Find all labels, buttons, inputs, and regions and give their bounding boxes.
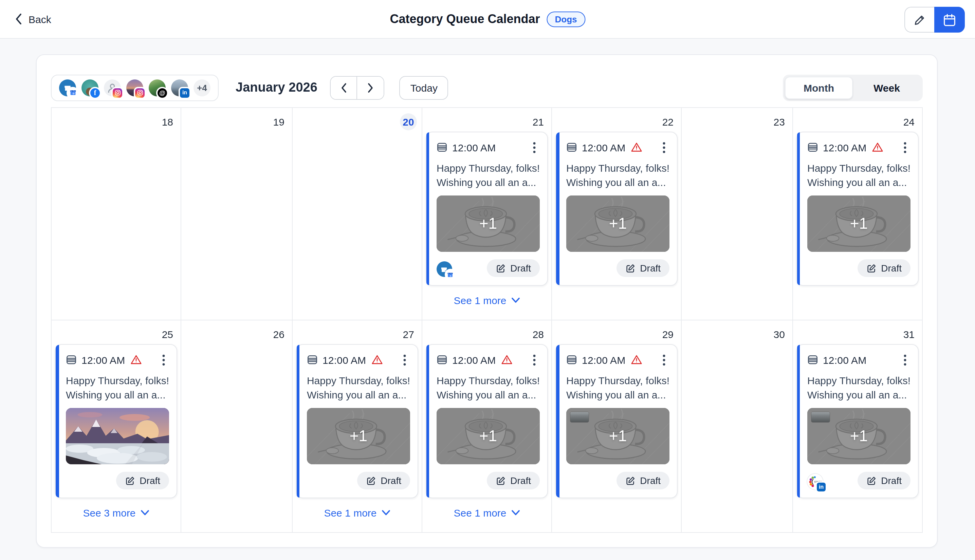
post-image[interactable]: +1 (566, 195, 670, 252)
post-card[interactable]: 12:00 AM Happy Thursday, folks!Wishing y… (555, 344, 678, 498)
post-accent-bar (556, 132, 559, 285)
chevron-down-icon (382, 510, 390, 516)
post-time: 12:00 AM (582, 354, 625, 365)
app-window: Back Category Queue Calendar Dogs G G (0, 0, 975, 560)
prev-month-button[interactable] (331, 77, 357, 99)
calendar-day[interactable]: 31 12:00 AM Happy Thursday, folks!Wishin… (793, 320, 923, 533)
edit-button[interactable] (904, 7, 934, 33)
image-more-count: +1 (437, 408, 540, 464)
google-business-badge-icon: G (67, 87, 79, 99)
calendar-day[interactable]: 20 (293, 108, 422, 320)
post-text: Happy Thursday, folks!Wishing you all an… (807, 161, 910, 189)
calendar-day[interactable]: 27 12:00 AM Happy Thursday, folks!Wishin… (293, 320, 422, 533)
calendar-toolbar: G G f (51, 73, 923, 102)
image-more-count: +1 (807, 408, 910, 464)
calendar-day[interactable]: 25 12:00 AM Happy Thursday, folks!Wishin… (52, 320, 181, 533)
instagram-badge-icon (112, 87, 123, 99)
see-more-button[interactable]: See 3 more (83, 507, 149, 518)
calendar-grid: 18 19 20 21 12:00 AM Happy Thursday, fol… (51, 107, 923, 533)
calendar-day[interactable]: 24 12:00 AM Happy Thursday, folks!Wishin… (793, 108, 923, 320)
post-image[interactable] (66, 408, 169, 464)
post-accent-bar (797, 345, 800, 498)
post-card[interactable]: 12:00 AM Happy Thursday, folks!Wishing y… (797, 344, 918, 498)
queue-icon (566, 142, 577, 153)
post-time: 12:00 AM (323, 354, 366, 365)
queue-icon (66, 354, 77, 365)
svg-text:G: G (450, 274, 452, 277)
avatar-instagram-placeholder (104, 79, 121, 96)
post-time: 12:00 AM (582, 142, 625, 153)
post-menu-button[interactable] (158, 353, 169, 367)
post-card[interactable]: 12:00 AM Happy Thursday, folks!Wishing y… (797, 132, 918, 286)
draft-pencil-icon (866, 263, 876, 273)
draft-label: Draft (140, 475, 160, 486)
warning-icon (631, 354, 642, 365)
post-image[interactable]: +1 (437, 195, 540, 252)
post-image[interactable]: +1 (307, 408, 410, 464)
draft-label: Draft (881, 475, 902, 486)
view-toggle-week[interactable]: Week (853, 77, 921, 99)
draft-badge: Draft (357, 472, 410, 489)
post-card[interactable]: 12:00 AM Happy Thursday, folks!Wishing y… (555, 132, 678, 286)
post-image[interactable]: +1 (437, 408, 540, 464)
next-month-button[interactable] (357, 77, 384, 99)
month-nav (330, 76, 385, 100)
view-toggle-month[interactable]: Month (785, 77, 853, 99)
draft-badge: Draft (857, 259, 910, 277)
back-button[interactable]: Back (15, 0, 51, 38)
day-number: 25 (162, 328, 173, 340)
chevron-down-icon (511, 510, 520, 516)
draft-label: Draft (380, 475, 401, 486)
post-image[interactable]: +1 (807, 408, 910, 464)
company-logo-avatar: COMPANY in (807, 474, 823, 489)
see-more-button[interactable]: See 1 more (453, 295, 520, 306)
calendar-day[interactable]: 18 (52, 108, 181, 320)
post-menu-button[interactable] (658, 140, 670, 154)
calendar-day[interactable]: 30 (682, 320, 793, 533)
profiles-overflow-chip[interactable]: +4 (193, 79, 210, 96)
post-menu-button[interactable] (399, 353, 410, 367)
image-more-count: +1 (307, 408, 410, 464)
chevron-down-icon (140, 510, 149, 516)
month-title: January 2026 (236, 80, 317, 95)
google-business-avatar: G G (437, 261, 452, 277)
draft-badge: Draft (487, 259, 540, 277)
profiles-bar[interactable]: G G f (51, 74, 218, 101)
calendar-day[interactable]: 21 12:00 AM Happy Thursday, folks!Wishin… (422, 108, 552, 320)
queue-icon (437, 354, 447, 365)
post-accent-bar (297, 345, 300, 498)
calendar-day[interactable]: 19 (181, 108, 293, 320)
calendar-day[interactable]: 23 (682, 108, 793, 320)
post-image[interactable]: +1 (807, 195, 910, 252)
see-more-button[interactable]: See 1 more (453, 507, 520, 518)
calendar-day[interactable]: 28 12:00 AM Happy Thursday, folks!Wishin… (422, 320, 552, 533)
calendar-day[interactable]: 22 12:00 AM Happy Thursday, folks!Wishin… (552, 108, 682, 320)
calendar-day[interactable]: 29 12:00 AM Happy Thursday, folks!Wishin… (552, 320, 682, 533)
day-number: 21 (533, 116, 544, 127)
post-card[interactable]: 12:00 AM Happy Thursday, folks!Wishing y… (426, 344, 548, 498)
post-menu-button[interactable] (900, 140, 910, 154)
warning-icon (631, 142, 642, 153)
post-image[interactable]: +1 (566, 408, 670, 464)
draft-pencil-icon (625, 263, 635, 273)
post-card[interactable]: 12:00 AM Happy Thursday, folks!Wishing y… (426, 132, 548, 286)
today-button[interactable]: Today (400, 76, 448, 100)
post-card[interactable]: 12:00 AM Happy Thursday, folks!Wishing y… (296, 344, 418, 498)
queue-icon (437, 142, 447, 153)
post-menu-button[interactable] (529, 353, 540, 367)
back-label: Back (28, 13, 51, 25)
category-badge[interactable]: Dogs (547, 11, 585, 27)
post-accent-bar (556, 345, 559, 498)
see-more-button[interactable]: See 1 more (324, 507, 390, 518)
calendar-day[interactable]: 26 (181, 320, 293, 533)
draft-label: Draft (640, 263, 661, 273)
calendar-view-button[interactable] (934, 7, 965, 33)
calendar-panel: G G f (36, 54, 938, 548)
post-menu-button[interactable] (529, 140, 540, 154)
post-card[interactable]: 12:00 AM Happy Thursday, folks!Wishing y… (55, 344, 177, 498)
day-number: 23 (774, 116, 785, 127)
post-menu-button[interactable] (658, 353, 670, 367)
post-menu-button[interactable] (900, 353, 910, 367)
instagram-badge-icon (134, 87, 146, 99)
avatar-facebook: f (82, 79, 98, 96)
